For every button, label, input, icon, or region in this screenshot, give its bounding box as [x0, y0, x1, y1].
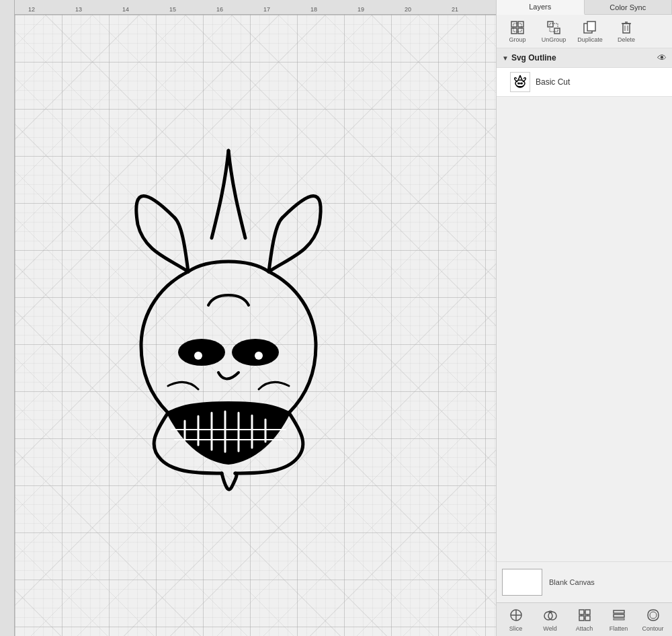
- layer-item-label: Basic Cut: [536, 77, 570, 87]
- ruler-tick: 18: [310, 6, 317, 13]
- svg-rect-14: [623, 24, 630, 33]
- svg-point-0: [178, 339, 225, 366]
- svg-rect-27: [579, 610, 584, 614]
- canvas-area: 12 13 14 15 16 17 18 19 20 21: [0, 0, 496, 636]
- duplicate-button[interactable]: Duplicate: [573, 18, 607, 45]
- right-panel: Layers Color Sync Group: [496, 0, 672, 636]
- svg-rect-37: [614, 619, 624, 620]
- layer-expand-arrow: ▼: [502, 54, 509, 62]
- svg-rect-6: [511, 28, 517, 34]
- svg-rect-11: [550, 24, 558, 32]
- svg-rect-8: [513, 24, 521, 32]
- blank-canvas-thumbnail: [502, 569, 542, 596]
- ungroup-icon: [546, 20, 561, 35]
- ruler-tick: 14: [122, 6, 129, 13]
- tab-color-sync[interactable]: Color Sync: [585, 0, 673, 14]
- ruler-tick: 21: [452, 6, 458, 13]
- clown-artwork: [94, 130, 363, 520]
- svg-rect-36: [614, 614, 624, 617]
- attach-icon: [577, 608, 592, 624]
- ruler-tick: 15: [169, 6, 176, 13]
- svg-rect-10: [554, 28, 560, 34]
- attach-button[interactable]: Attach: [568, 606, 601, 633]
- layer-section[interactable]: ▼ Svg Outline 👁 Basic Cut: [497, 48, 672, 305]
- delete-button[interactable]: Delete: [610, 18, 643, 45]
- ungroup-button[interactable]: UnGroup: [537, 18, 571, 45]
- svg-rect-5: [518, 22, 523, 27]
- ruler-tick: 12: [28, 6, 35, 13]
- ruler-top: 12 13 14 15 16 17 18 19 20 21: [0, 0, 496, 15]
- delete-icon: [619, 20, 634, 35]
- blank-canvas-label: Blank Canvas: [549, 578, 595, 586]
- slice-button[interactable]: Slice: [499, 606, 532, 633]
- group-button[interactable]: Group: [501, 18, 534, 45]
- panel-spacer: [497, 305, 672, 562]
- ruler-tick: 17: [263, 6, 270, 13]
- layer-name: Svg Outline: [511, 53, 655, 63]
- svg-rect-7: [518, 28, 523, 34]
- layers-toolbar: Group UnGroup Duplicate: [497, 15, 672, 48]
- svg-rect-28: [585, 610, 590, 614]
- tab-bar: Layers Color Sync: [497, 0, 672, 15]
- ruler-tick: 19: [358, 6, 364, 13]
- duplicate-icon: [583, 20, 597, 35]
- tab-layers[interactable]: Layers: [497, 0, 585, 15]
- svg-rect-35: [614, 610, 624, 613]
- canvas-grid[interactable]: [15, 15, 496, 636]
- contour-icon: [646, 608, 661, 624]
- svg-point-3: [255, 352, 263, 360]
- svg-point-2: [194, 352, 202, 360]
- svg-rect-13: [587, 22, 595, 31]
- ruler-left: [0, 0, 15, 636]
- svg-rect-29: [579, 616, 584, 621]
- weld-icon: [543, 608, 558, 624]
- group-icon: [510, 20, 525, 35]
- svg-rect-4: [511, 22, 517, 27]
- svg-point-20: [517, 83, 520, 85]
- svg-rect-9: [548, 22, 553, 27]
- flatten-button[interactable]: Flatten: [602, 606, 635, 633]
- bottom-toolbar: Slice Weld: [497, 602, 672, 636]
- layer-item-thumbnail: [510, 72, 530, 92]
- layer-item[interactable]: Basic Cut: [497, 68, 672, 97]
- layer-header[interactable]: ▼ Svg Outline 👁: [497, 48, 672, 68]
- svg-point-1: [232, 339, 279, 366]
- layer-visibility-eye[interactable]: 👁: [657, 52, 667, 63]
- ruler-tick: 13: [75, 6, 82, 13]
- ruler-tick: 16: [216, 6, 223, 13]
- svg-point-21: [520, 83, 523, 85]
- flatten-icon: [612, 608, 626, 624]
- ruler-tick: 20: [405, 6, 411, 13]
- weld-button[interactable]: Weld: [534, 606, 566, 633]
- contour-button[interactable]: Contour: [636, 606, 669, 633]
- svg-rect-30: [585, 616, 590, 621]
- blank-canvas-section: Blank Canvas: [497, 561, 672, 602]
- slice-icon: [509, 608, 523, 624]
